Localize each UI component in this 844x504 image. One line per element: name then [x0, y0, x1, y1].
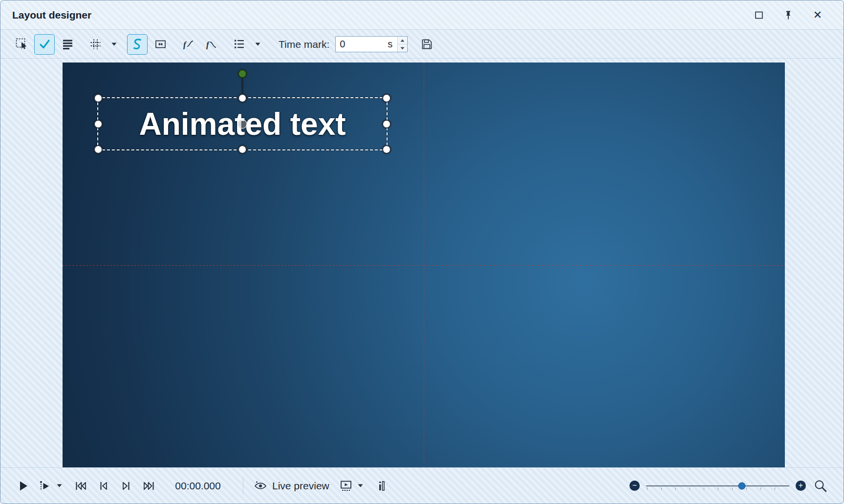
step-back-button[interactable]: [95, 476, 112, 496]
preview-window-icon: [339, 479, 354, 493]
skip-to-end-button[interactable]: [140, 476, 157, 496]
function-out-icon: f: [205, 38, 218, 51]
time-mark-spinners: [397, 37, 407, 52]
zoom-controls: − +: [629, 476, 829, 496]
performance-button[interactable]: [373, 476, 390, 496]
titlebar: Layout designer ✕: [0, 0, 844, 30]
skip-to-end-icon: [141, 479, 156, 493]
align-lines-tool-button[interactable]: [57, 34, 78, 55]
design-canvas[interactable]: Animated text: [63, 63, 785, 468]
zoom-slider-ticks: [647, 487, 788, 490]
time-mark-input[interactable]: [336, 37, 388, 52]
time-mark-unit: s: [388, 37, 397, 52]
svg-text:f: f: [183, 40, 187, 49]
main-toolbar: f f: [0, 30, 844, 59]
step-forward-icon: [119, 479, 133, 493]
time-mark-up-button[interactable]: [398, 37, 407, 44]
function-out-tool-button[interactable]: f: [201, 34, 221, 55]
play-mode-dropdown-button[interactable]: [53, 476, 65, 496]
function-in-tool-button[interactable]: f: [178, 34, 198, 55]
play-from-mark-button[interactable]: [37, 476, 53, 496]
center-handle[interactable]: [238, 119, 247, 129]
maximize-icon: [754, 10, 764, 20]
svg-text:f: f: [206, 40, 210, 49]
handle-top-center[interactable]: [238, 94, 247, 103]
time-display: 00:00.000: [169, 480, 227, 492]
maximize-button[interactable]: [751, 7, 767, 23]
window-controls: ✕: [751, 7, 826, 23]
time-mark-down-button[interactable]: [398, 44, 407, 52]
zoom-in-button[interactable]: +: [796, 481, 806, 491]
dropdown-arrow-icon: [57, 484, 62, 487]
handle-bottom-right[interactable]: [382, 145, 391, 154]
handle-middle-right[interactable]: [382, 120, 391, 128]
s-curve-icon: [131, 38, 144, 51]
window-title: Layout designer: [12, 9, 91, 21]
play-button[interactable]: [15, 476, 32, 496]
zoom-out-button[interactable]: −: [629, 481, 640, 491]
dropdown-arrow-icon: [255, 42, 260, 46]
pin-button[interactable]: [780, 7, 797, 23]
play-icon: [17, 479, 30, 493]
list-dropdown-button[interactable]: [252, 34, 263, 55]
live-preview-toggle[interactable]: Live preview: [250, 480, 332, 492]
spinner-up-icon: [400, 39, 405, 42]
live-preview-label: Live preview: [272, 480, 329, 492]
select-tool-button[interactable]: [11, 34, 32, 55]
handle-middle-left[interactable]: [94, 120, 103, 128]
transport-bar: 00:00.000 Live preview: [0, 467, 844, 504]
zoom-out-icon: −: [632, 482, 637, 489]
time-mark-label: Time mark:: [279, 39, 329, 50]
eye-icon: [253, 480, 268, 492]
save-button[interactable]: [416, 34, 437, 55]
dropdown-arrow-icon: [358, 484, 363, 487]
skip-to-start-button[interactable]: [73, 476, 89, 496]
transform-tool-button[interactable]: [150, 34, 171, 55]
align-lines-icon: [61, 38, 74, 51]
path-check-icon: [38, 38, 51, 51]
step-forward-button[interactable]: [118, 476, 134, 496]
center-guide-vertical: [424, 63, 424, 468]
grid-tool-button[interactable]: [85, 34, 106, 55]
play-from-mark-icon: [38, 479, 52, 493]
zoom-in-icon: +: [799, 482, 803, 489]
rotation-handle[interactable]: [238, 69, 247, 78]
close-icon: ✕: [813, 10, 822, 21]
preview-window-button[interactable]: [338, 476, 355, 496]
preview-window-dropdown-button[interactable]: [355, 476, 367, 496]
handle-bottom-center[interactable]: [238, 145, 247, 154]
handle-top-right[interactable]: [382, 94, 391, 103]
time-mark-spinbox: s: [335, 36, 408, 52]
performance-icon: [375, 479, 388, 493]
zoom-slider-thumb[interactable]: [738, 482, 746, 489]
save-icon: [420, 38, 433, 51]
layout-designer-window: Layout designer ✕: [0, 0, 844, 504]
zoom-fit-button[interactable]: [812, 476, 829, 496]
spinner-down-icon: [400, 47, 405, 50]
list-icon: [233, 38, 246, 51]
dropdown-arrow-icon: [111, 42, 117, 46]
selected-text-element[interactable]: Animated text: [97, 97, 388, 150]
step-back-icon: [97, 479, 110, 493]
skip-to-start-icon: [74, 479, 88, 493]
pin-icon: [783, 10, 794, 21]
zoom-slider[interactable]: [646, 481, 789, 491]
grid-icon: [89, 38, 102, 51]
separator: [243, 477, 243, 495]
handle-top-left[interactable]: [94, 94, 103, 103]
list-tool-button[interactable]: [229, 34, 249, 55]
transform-box-icon: [154, 38, 167, 51]
magnifier-icon: [813, 479, 828, 493]
zoom-slider-track[interactable]: [646, 485, 789, 486]
grid-dropdown-button[interactable]: [108, 34, 120, 55]
close-button[interactable]: ✕: [809, 7, 826, 23]
path-check-tool-button[interactable]: [34, 34, 55, 55]
function-in-icon: f: [182, 38, 195, 51]
select-cursor-icon: [15, 38, 28, 51]
s-curve-tool-button[interactable]: [127, 34, 148, 55]
handle-bottom-left[interactable]: [94, 145, 103, 154]
